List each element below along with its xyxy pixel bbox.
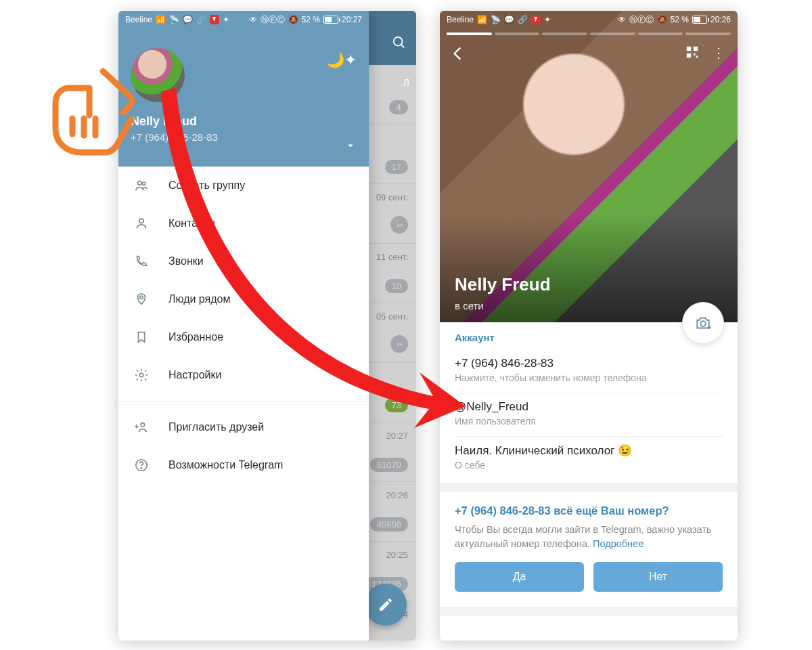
change-photo-fab[interactable] [682, 302, 724, 344]
phone-caption: Нажмите, чтобы изменить номер телефона [455, 372, 723, 383]
svg-point-5 [140, 296, 143, 299]
battery-icon [692, 16, 707, 24]
learn-more-link[interactable]: Подробнее [593, 538, 644, 549]
signal-icon: 📶 [156, 15, 166, 24]
search-icon[interactable] [392, 35, 407, 53]
bookmark-icon [133, 329, 150, 345]
group-icon [133, 177, 150, 194]
section-title: Аккаунт [455, 332, 723, 343]
gear-icon [133, 367, 150, 383]
confirm-no-button[interactable]: Нет [593, 562, 723, 592]
menu-label: Люди рядом [168, 293, 230, 305]
svg-rect-10 [687, 47, 691, 51]
account-switcher-chevron-icon[interactable] [344, 139, 357, 154]
bell-off-icon: 🔕 [288, 15, 298, 24]
svg-point-3 [142, 182, 145, 186]
menu-label: Возможности Telegram [168, 459, 283, 471]
phone-value: +7 (964) 846-28-83 [455, 357, 723, 370]
svg-line-1 [401, 45, 405, 48]
link-icon: 🔗 [518, 15, 528, 24]
add-user-icon [133, 419, 150, 435]
account-section: Аккаунт +7 (964) 846-28-83 Нажмите, чтоб… [440, 322, 738, 483]
menu-label: Контакты [168, 217, 215, 230]
help-icon [133, 457, 150, 473]
prompt-title: +7 (964) 846-28-83 всё ещё Ваш номер? [455, 504, 723, 517]
menu-item-calls[interactable]: Звонки [118, 242, 369, 280]
sparkle-icon: ✦ [223, 15, 229, 24]
battery-pct: 52 % [302, 15, 320, 24]
confirm-number-card: +7 (964) 846-28-83 всё ещё Ваш номер? Чт… [440, 492, 738, 607]
menu-label: Создать группу [168, 179, 245, 192]
username-row[interactable]: @Nelly_Freud Имя пользователя [455, 393, 723, 437]
carrier-label: Beeline [125, 15, 152, 24]
svg-rect-14 [696, 56, 698, 58]
section-gap [440, 607, 738, 616]
battery-pct: 52 % [671, 15, 689, 24]
back-arrow-icon[interactable] [449, 45, 467, 65]
profile-name: Nelly Freud [455, 274, 551, 295]
bio-value: Наиля. Клинический психолог 😉 [455, 443, 723, 458]
menu-item-new-group[interactable]: Создать группу [118, 167, 369, 204]
username-value: @Nelly_Freud [455, 400, 723, 414]
menu-item-features[interactable]: Возможности Telegram [118, 446, 369, 484]
menu-label: Избранное [168, 331, 223, 343]
chat-bubble-icon: 💬 [504, 15, 514, 24]
more-options-icon[interactable]: ⋮ [712, 45, 727, 61]
new-message-fab[interactable] [365, 584, 407, 626]
menu-label: Пригласить друзей [168, 421, 264, 433]
nfc-icon: ⓃⒻⒸ [629, 14, 654, 26]
confirm-yes-button[interactable]: Да [455, 562, 584, 592]
menu-item-saved[interactable]: Избранное [118, 318, 369, 356]
svg-rect-11 [694, 47, 698, 51]
prompt-body: Чтобы Вы всегда могли зайти в Telegram, … [455, 523, 723, 551]
bio-caption: О себе [455, 460, 723, 471]
menu-item-invite[interactable]: Пригласить друзей [118, 408, 369, 446]
menu-separator [118, 401, 369, 402]
svg-point-9 [141, 468, 141, 469]
svg-point-0 [394, 37, 403, 46]
wifi-icon: 📡 [169, 15, 179, 24]
person-icon [133, 215, 150, 232]
drawer-user-phone: +7 (964) 846-28-83 [131, 131, 357, 143]
qr-code-icon[interactable] [685, 45, 700, 62]
left-screenshot: 4 17 09 сент. 11 сент.10 05 сент. 73 20:… [118, 11, 416, 641]
folder-tab[interactable]: Л [403, 77, 409, 88]
bell-off-icon: 🔕 [657, 15, 667, 24]
status-bar: Beeline 📶 📡 💬 🔗 ✦ 👁 ⓃⒻⒸ 🔕 52 % 20:26 [440, 11, 738, 28]
eye-icon: 👁 [618, 15, 626, 24]
carrier-label: Beeline [447, 15, 474, 24]
clock-time: 20:26 [710, 15, 731, 24]
clock-time: 20:27 [342, 15, 362, 24]
battery-icon [323, 16, 338, 24]
username-caption: Имя пользователя [455, 416, 723, 427]
nfc-icon: ⓃⒻⒸ [261, 14, 285, 26]
right-screenshot: Beeline 📶 📡 💬 🔗 ✦ 👁 ⓃⒻⒸ 🔕 52 % 20:26 ⋮ [440, 11, 738, 641]
drawer-header: 🌙✦ Nelly Freud +7 (964) 846-28-83 [118, 11, 369, 167]
chat-bubble-icon: 💬 [183, 15, 193, 24]
menu-item-contacts[interactable]: Контакты [118, 204, 369, 242]
svg-point-7 [141, 423, 145, 427]
shield-badge-icon [210, 15, 219, 24]
eye-icon: 👁 [249, 15, 257, 24]
menu-label: Настройки [168, 369, 221, 381]
menu-item-people-nearby[interactable]: Люди рядом [118, 280, 369, 318]
profile-photo[interactable]: Beeline 📶 📡 💬 🔗 ✦ 👁 ⓃⒻⒸ 🔕 52 % 20:26 ⋮ [440, 11, 738, 322]
menu-label: Звонки [168, 255, 204, 267]
svg-point-4 [139, 219, 143, 223]
navigation-drawer: Beeline 📶 📡 💬 🔗 ✦ 👁 ⓃⒻⒸ 🔕 52 % 20:27 🌙✦ … [118, 11, 369, 641]
svg-point-2 [138, 181, 142, 186]
bio-row[interactable]: Наиля. Клинический психолог 😉 О себе [455, 437, 723, 480]
nearby-icon [133, 291, 150, 307]
svg-point-15 [700, 321, 706, 326]
svg-point-6 [139, 373, 143, 377]
signal-icon: 📶 [477, 15, 487, 24]
link-icon: 🔗 [196, 15, 206, 24]
svg-rect-13 [694, 53, 696, 56]
menu-item-settings[interactable]: Настройки [118, 356, 369, 394]
phone-icon [133, 253, 150, 269]
phone-row[interactable]: +7 (964) 846-28-83 Нажмите, чтобы измени… [455, 350, 723, 393]
night-mode-icon[interactable]: 🌙✦ [326, 51, 357, 69]
sparkle-icon: ✦ [544, 15, 551, 24]
photo-page-indicator [447, 32, 731, 35]
drawer-user-name: Nelly Freud [131, 114, 357, 129]
